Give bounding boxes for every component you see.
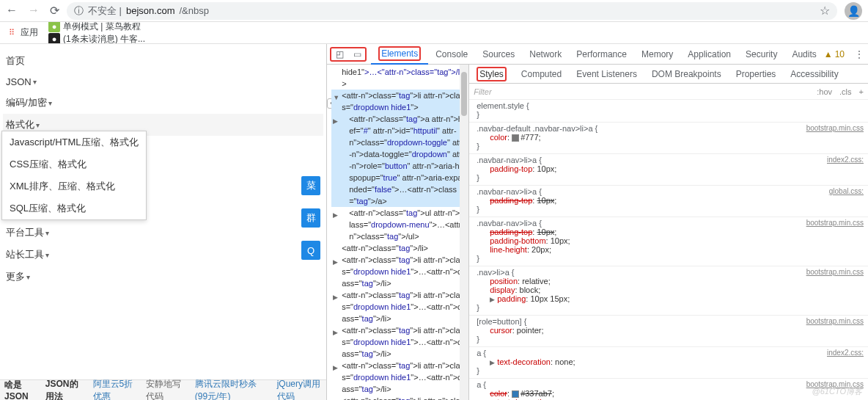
device-toggle-icon[interactable]: ▭ bbox=[350, 49, 364, 59]
reload-icon[interactable]: ⟳ bbox=[50, 4, 59, 18]
devtools-tab[interactable]: Performance bbox=[569, 44, 634, 65]
css-rule[interactable]: bootstrap.min.css[role=button] {cursor: … bbox=[469, 316, 868, 347]
footer-aliyun[interactable]: 阿里云5折优惠 bbox=[93, 378, 136, 401]
filter-input[interactable]: Filter bbox=[474, 87, 491, 96]
devtools-menu-icon[interactable]: ⋮ bbox=[850, 49, 868, 59]
submenu-item[interactable]: XML排序、压缩、格式化 bbox=[2, 175, 146, 197]
dom-node[interactable]: ▶<attr-n">class="tag">ul attr-n">class="… bbox=[331, 207, 468, 242]
dom-node[interactable]: ▶<attr-n">class="tag">li attr-n">class="… bbox=[331, 289, 468, 324]
float-button[interactable]: 菜 bbox=[301, 176, 320, 195]
css-rule[interactable]: index2.css:.navbar-nav>li>a {padding-top… bbox=[469, 154, 868, 186]
css-rule[interactable]: global.css:.navbar-nav>li>a {padding-top… bbox=[469, 186, 868, 217]
styles-subtab[interactable]: DOM Breakpoints bbox=[644, 65, 729, 84]
nav-item[interactable]: 编码/加密▾ bbox=[3, 92, 323, 114]
elements-scrollbar[interactable] bbox=[460, 65, 468, 400]
css-property[interactable]: padding-top: 10px; bbox=[477, 196, 864, 205]
dom-node[interactable]: ▶<attr-n">class="tag">li attr-n">class="… bbox=[331, 395, 468, 400]
submenu-item[interactable]: CSS压缩、格式化 bbox=[2, 153, 146, 175]
color-swatch-icon[interactable] bbox=[512, 390, 519, 398]
add-rule-icon[interactable]: + bbox=[859, 87, 864, 96]
css-property[interactable]: display: block; bbox=[477, 286, 864, 294]
footer-jsonusage[interactable]: JSON的用法 bbox=[45, 378, 83, 401]
styles-subtab[interactable]: Computed bbox=[514, 65, 569, 84]
devtools-tab[interactable]: Sources bbox=[475, 44, 522, 65]
css-property[interactable]: color: #777; bbox=[477, 133, 864, 142]
rule-source-link[interactable]: bootstrap.min.css bbox=[806, 268, 864, 276]
footer-quiet[interactable]: 安静地写代码 bbox=[146, 378, 185, 401]
footer-tencent[interactable]: 腾讯云限时秒杀(99元/年) bbox=[195, 378, 267, 401]
expand-triangle-icon[interactable]: ▶ bbox=[490, 359, 497, 366]
expand-triangle-icon[interactable]: ▶ bbox=[333, 256, 338, 268]
devtools-tab[interactable]: Console bbox=[428, 44, 475, 65]
footer-jquery[interactable]: jQuery调用代码 bbox=[277, 378, 323, 401]
apps-shortcut[interactable]: ⠿应用 bbox=[6, 26, 38, 39]
css-property[interactable]: position: relative; bbox=[477, 277, 864, 286]
css-property[interactable]: padding-top: 10px; bbox=[477, 228, 864, 236]
rule-source-link[interactable]: bootstrap.min.css bbox=[806, 317, 864, 325]
dom-node[interactable]: ▶<attr-n">class="tag">li attr-n">class="… bbox=[331, 254, 468, 289]
expand-triangle-icon[interactable]: ▶ bbox=[490, 296, 497, 303]
styles-subtab[interactable]: Properties bbox=[729, 65, 784, 84]
back-icon[interactable]: ← bbox=[6, 4, 18, 18]
css-property[interactable]: padding-bottom: 10px; bbox=[477, 236, 864, 245]
hov-toggle[interactable]: :hov bbox=[817, 87, 832, 96]
elements-panel[interactable]: ••• hide1">…<"attr-n">class="tag">/li>▼<… bbox=[327, 65, 469, 400]
cls-toggle[interactable]: .cls bbox=[839, 87, 852, 96]
css-rule[interactable]: bootstrap.min.cssa {color: #337ab7;▶text… bbox=[469, 379, 868, 400]
profile-avatar[interactable]: 👤 bbox=[845, 2, 862, 20]
float-button[interactable]: 群 bbox=[301, 208, 320, 228]
css-property[interactable]: ▶padding: 10px 15px; bbox=[477, 294, 864, 303]
rule-source-link[interactable]: global.css: bbox=[829, 187, 864, 195]
rule-source-link[interactable]: index2.css: bbox=[827, 349, 864, 357]
css-rule[interactable]: bootstrap.min.css.navbar-nav>li>a {paddi… bbox=[469, 217, 868, 266]
warnings-badge[interactable]: ▲ 10 bbox=[824, 49, 845, 59]
nav-item[interactable]: 平台工具▾ bbox=[3, 222, 323, 244]
rule-source-link[interactable]: bootstrap.min.css bbox=[806, 124, 864, 132]
address-bar[interactable]: ⓘ 不安全 | bejson.com/&nbsp ☆ bbox=[67, 2, 837, 20]
forward-icon[interactable]: → bbox=[28, 4, 40, 18]
expand-triangle-icon[interactable]: ▶ bbox=[333, 209, 338, 221]
styles-rules[interactable]: element.style {}bootstrap.min.css.navbar… bbox=[469, 100, 868, 400]
nav-item[interactable]: 首页 bbox=[3, 50, 323, 72]
dom-node[interactable]: ▼<attr-n">class="tag">li attr-n">class="… bbox=[331, 90, 468, 113]
styles-subtab[interactable]: Event Listeners bbox=[569, 65, 644, 84]
expand-triangle-icon[interactable]: ▶ bbox=[333, 362, 338, 374]
dom-node[interactable]: hide1">…<"attr-n">class="tag">/li> bbox=[331, 66, 468, 90]
css-property[interactable]: line-height: 20px; bbox=[477, 245, 864, 254]
rule-source-link[interactable]: bootstrap.min.css bbox=[806, 219, 864, 227]
expand-triangle-icon[interactable]: ▶ bbox=[333, 291, 338, 303]
css-property[interactable]: color: #337ab7; bbox=[477, 389, 864, 398]
submenu-item[interactable]: Javascript/HTML压缩、格式化 bbox=[2, 131, 146, 153]
footer-whatjson[interactable]: 啥是JSON bbox=[4, 379, 35, 400]
devtools-tab[interactable]: Network bbox=[522, 44, 569, 65]
nav-item[interactable]: JSON▾ bbox=[3, 72, 323, 92]
dom-node[interactable]: ▶<attr-n">class="tag">li attr-n">class="… bbox=[331, 324, 468, 360]
nav-item[interactable]: 站长工具▾ bbox=[3, 244, 323, 266]
devtools-tab[interactable]: Elements bbox=[371, 44, 428, 65]
styles-subtab[interactable]: Styles bbox=[469, 65, 514, 84]
inspect-icon[interactable]: ◰ bbox=[333, 49, 346, 59]
nav-item[interactable]: 更多▾ bbox=[3, 266, 323, 288]
devtools-tab[interactable]: Application bbox=[680, 44, 738, 65]
devtools-tab[interactable]: Audits bbox=[784, 44, 823, 65]
bookmark-item[interactable]: ●(1条未读消息) 牛客... bbox=[48, 33, 145, 45]
css-rule[interactable]: bootstrap.min.css.navbar-default .navbar… bbox=[469, 123, 868, 154]
expand-triangle-icon[interactable]: ▶ bbox=[333, 115, 338, 127]
float-button[interactable]: Q bbox=[301, 241, 320, 260]
css-property[interactable]: padding-top: 10px; bbox=[477, 164, 864, 173]
devtools-tab[interactable]: Security bbox=[738, 44, 784, 65]
css-rule[interactable]: index2.css:a {▶text-decoration: none;} bbox=[469, 347, 868, 379]
css-rule[interactable]: bootstrap.min.css.nav>li>a {position: re… bbox=[469, 266, 868, 316]
color-swatch-icon[interactable] bbox=[512, 134, 519, 142]
submenu-item[interactable]: SQL压缩、格式化 bbox=[2, 197, 146, 219]
styles-subtab[interactable]: Accessibility bbox=[783, 65, 845, 84]
dom-node[interactable]: <attr-n">class="tag">/li> bbox=[331, 242, 468, 254]
bookmark-star-icon[interactable]: ☆ bbox=[820, 4, 830, 18]
dom-node[interactable]: ▶<attr-n">class="tag">li attr-n">class="… bbox=[331, 360, 468, 395]
dom-node[interactable]: ▶<attr-n">class="tag">a attr-n">href="#"… bbox=[331, 113, 468, 207]
css-rule[interactable]: element.style {} bbox=[469, 100, 868, 123]
bookmark-item[interactable]: ●单例模式 | 菜鸟教程 bbox=[48, 22, 145, 33]
expand-triangle-icon[interactable]: ▶ bbox=[333, 397, 338, 400]
css-property[interactable]: cursor: pointer; bbox=[477, 326, 864, 335]
rule-source-link[interactable]: index2.css: bbox=[827, 156, 864, 164]
